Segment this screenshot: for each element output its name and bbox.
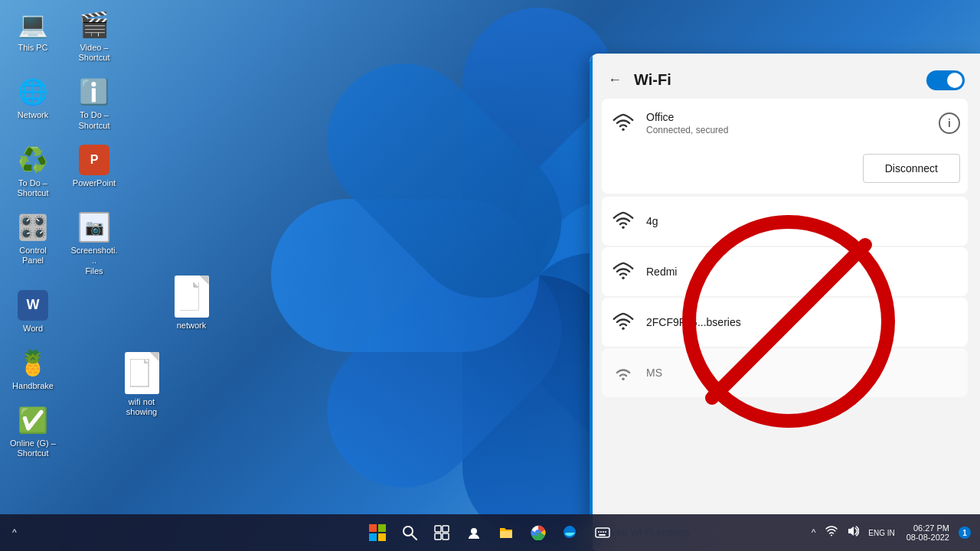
svg-point-10 [622,327,625,330]
wifi-panel-accent-bar [590,54,593,551]
taskbar-right: ^ ENG IN 06:27 PM [808,522,971,543]
word-label: Word [23,324,43,334]
redmi-network-info: Redmi [646,266,960,278]
desktop-icon-word[interactable]: W Word [6,287,60,337]
svg-point-18 [403,527,413,536]
recycle-bin-label: To Do – Shortcut [9,178,57,198]
wifi-signal-icon-4g [609,207,637,235]
network-item-office[interactable]: Office Connected, secured i [602,99,968,148]
svg-point-8 [622,226,625,229]
chrome-button[interactable] [524,519,552,546]
desktop-file-wifi[interactable]: wifi notshowing [111,352,172,417]
office-network-info: Office Connected, secured [646,111,939,135]
desktop: 💻 This PC 🎬 Video –Shortcut 🌐 Network ℹ️… [0,0,980,551]
svg-point-7 [622,128,625,131]
todo-label: To Do –Shortcut [79,110,110,130]
svg-rect-17 [378,533,386,541]
disconnect-button[interactable]: Disconnect [863,154,960,183]
wifi-panel-header: ← Wi-Fi [590,54,980,99]
wifi-file-icon [125,352,159,394]
ms-network-name: MS [646,367,960,379]
taskbar-left: ^ [9,524,20,541]
network-item-4g[interactable]: 4g [602,197,968,246]
network-icon: 🌐 [18,77,48,107]
language-indicator[interactable]: ENG IN [866,527,897,539]
video-shortcut-label: Video –Shortcut [79,43,110,63]
start-button[interactable] [364,519,391,546]
svg-point-11 [622,377,625,380]
desktop-icon-network[interactable]: 🌐 Network [6,73,60,133]
powerpoint-label: PowerPoint [73,178,116,188]
handbrake-icon: 🍍 [18,347,48,378]
online-g-icon: ✅ [18,405,48,435]
wifi-back-button[interactable]: ← [605,69,625,91]
desktop-icon-powerpoint[interactable]: P PowerPoint [67,142,121,201]
redmi-network-name: Redmi [646,266,960,278]
this-pc-label: This PC [18,43,47,53]
task-view-button[interactable] [428,519,456,546]
2fcf9f-network-info: 2FCF9F-G...bseries [646,316,960,328]
svg-rect-14 [369,524,377,532]
svg-point-9 [622,276,625,279]
desktop-icon-online-g[interactable]: ✅ Online (G) –Shortcut [6,402,60,461]
wifi-signal-icon-2fcf9f [609,308,637,336]
wifi-signal-icon-redmi [609,258,637,285]
desktop-icon-video-shortcut[interactable]: 🎬 Video –Shortcut [67,6,121,66]
desktop-icon-control-panel[interactable]: 🎛️ ControlPanel [6,209,60,279]
ms-network-info: MS [646,367,960,379]
connected-network-section: Office Connected, secured i Disconnect [602,99,968,194]
wifi-panel: ← Wi-Fi [590,54,980,551]
taskbar-center [364,519,616,546]
svg-rect-23 [443,533,449,540]
network-item-ms[interactable]: MS [602,348,968,397]
notification-badge[interactable]: 1 [959,527,971,539]
office-network-info-btn[interactable]: i [939,112,960,134]
powerpoint-icon: P [79,145,109,175]
network-item-redmi[interactable]: Redmi [602,247,968,296]
video-shortcut-icon: 🎬 [79,9,109,40]
2fcf9f-network-name: 2FCF9F-G...bseries [646,316,960,328]
4g-network-name: 4g [646,215,960,227]
taskbar: ^ [0,514,980,551]
search-button[interactable] [396,519,423,546]
4g-network-info: 4g [646,215,960,227]
todo-icon: ℹ️ [79,77,109,107]
network-item-2fcf9f[interactable]: 2FCF9F-G...bseries [602,298,968,347]
chat-button[interactable] [460,519,488,546]
wifi-panel-title: Wi-Fi [634,71,671,89]
wifi-signal-icon-ms [609,359,637,386]
eng-in-label: ENG IN [868,529,894,537]
svg-rect-16 [369,533,377,541]
time-display: 06:27 PM [906,523,949,533]
wifi-tray-icon[interactable] [823,523,840,542]
office-network-status: Connected, secured [646,125,939,135]
desktop-icon-todo[interactable]: ℹ️ To Do –Shortcut [67,73,121,133]
taskbar-chevron-icon[interactable]: ^ [9,524,20,541]
desktop-icon-screenshots[interactable]: 📷 Screenshoti...Files [67,209,121,279]
file-explorer-button[interactable] [492,519,520,546]
svg-point-33 [831,535,832,536]
wifi-networks-list: Office Connected, secured i Disconnect [590,99,980,515]
desktop-icon-recycle-bin[interactable]: ♻️ To Do – Shortcut [6,142,60,201]
screenshot-files-label: Screenshoti...Files [70,246,118,276]
this-pc-icon: 💻 [18,9,48,40]
desktop-icon-handbrake[interactable]: 🍍 Handbrake [6,344,60,394]
network-label: Network [18,110,48,120]
tray-expand-icon[interactable]: ^ [808,524,819,541]
svg-rect-21 [443,526,449,532]
svg-rect-20 [435,526,441,532]
control-panel-icon: 🎛️ [18,212,48,243]
wifi-file-label: wifi notshowing [126,397,157,417]
system-clock[interactable]: 06:27 PM 08-08-2022 [902,522,954,543]
svg-rect-15 [378,524,386,532]
date-display: 08-08-2022 [906,533,949,542]
keyboard-manager-button[interactable] [589,519,616,546]
word-icon: W [18,290,48,321]
recycle-bin-icon: ♻️ [18,145,48,175]
volume-tray-icon[interactable] [844,523,861,542]
desktop-icon-this-pc[interactable]: 💻 This PC [6,6,60,66]
wifi-toggle[interactable] [926,70,965,90]
edge-button[interactable] [557,519,584,546]
desktop-file-network[interactable]: network [165,276,218,331]
control-panel-label: ControlPanel [19,246,46,266]
